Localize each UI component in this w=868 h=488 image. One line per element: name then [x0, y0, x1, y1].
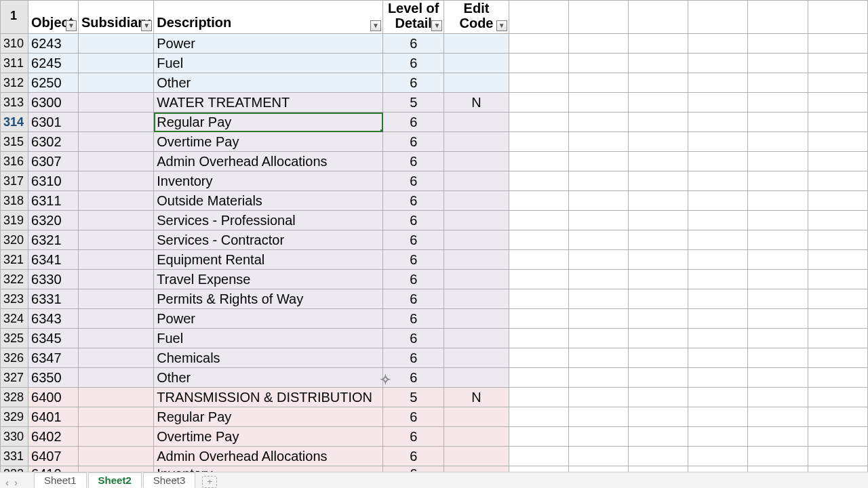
cell-subsidiary[interactable] [78, 54, 153, 73]
cell-blank[interactable] [568, 73, 628, 93]
cell-blank[interactable] [808, 34, 867, 54]
cell-object[interactable]: 6341 [28, 250, 79, 270]
cell-blank[interactable] [629, 250, 688, 270]
row-number[interactable]: 314 [1, 113, 28, 132]
cell-blank[interactable] [629, 447, 688, 466]
cell-object[interactable]: 6310 [28, 171, 79, 191]
cell-edit-code[interactable] [444, 132, 509, 152]
cell-level-of-detail[interactable]: 6 [383, 309, 444, 329]
cell-subsidiary[interactable] [78, 329, 153, 348]
cell-blank[interactable] [568, 34, 628, 54]
cell-description[interactable]: Regular Pay [154, 113, 383, 132]
row-number[interactable]: 317 [1, 171, 28, 191]
cell-description[interactable]: Regular Pay [154, 407, 383, 427]
cell-blank[interactable] [629, 407, 688, 427]
cell-blank[interactable] [688, 447, 748, 466]
cell-edit-code[interactable] [444, 407, 509, 427]
cell-blank[interactable] [629, 329, 688, 348]
cell-blank[interactable] [629, 73, 688, 93]
cell-blank[interactable] [688, 388, 748, 407]
cell-blank[interactable] [808, 447, 867, 466]
cell-blank[interactable] [808, 270, 867, 289]
cell-description[interactable]: Inventory [154, 171, 383, 191]
cell-blank[interactable] [629, 132, 688, 152]
cell-subsidiary[interactable] [78, 348, 153, 368]
cell-subsidiary[interactable] [78, 211, 153, 230]
cell-blank[interactable] [509, 427, 568, 447]
cell-blank[interactable] [629, 289, 688, 309]
cell-description[interactable]: Power [154, 309, 383, 329]
cell-blank[interactable] [748, 329, 808, 348]
cell-blank[interactable] [629, 427, 688, 447]
tab-nav-arrows[interactable]: ‹ › [0, 476, 34, 488]
cell-blank[interactable] [748, 93, 808, 113]
header-object[interactable]: Object [28, 1, 79, 34]
cell-edit-code[interactable] [444, 250, 509, 270]
cell-level-of-detail[interactable]: 6 [383, 427, 444, 447]
header-description[interactable]: Description [154, 1, 383, 34]
cell-description[interactable]: Other [154, 368, 383, 388]
cell-blank[interactable] [568, 388, 628, 407]
cell-blank[interactable] [688, 348, 748, 368]
cell-object[interactable]: 6347 [28, 348, 79, 368]
row-number[interactable]: 316 [1, 152, 28, 171]
cell-edit-code[interactable] [444, 309, 509, 329]
cell-blank[interactable] [748, 348, 808, 368]
cell-blank[interactable] [568, 152, 628, 171]
cell-blank[interactable] [688, 54, 748, 73]
cell-level-of-detail[interactable]: 6 [383, 211, 444, 230]
cell-object[interactable]: 6321 [28, 230, 79, 250]
cell-subsidiary[interactable] [78, 289, 153, 309]
row-number[interactable]: 311 [1, 54, 28, 73]
sheet-tab[interactable]: Sheet3 [143, 472, 196, 488]
cell-level-of-detail[interactable]: 6 [383, 270, 444, 289]
cell-blank[interactable] [688, 132, 748, 152]
cell-blank[interactable] [568, 171, 628, 191]
cell-object[interactable]: 6320 [28, 211, 79, 230]
cell-blank[interactable] [808, 73, 867, 93]
cell-blank[interactable] [688, 289, 748, 309]
cell-blank[interactable] [568, 270, 628, 289]
cell-description[interactable]: Overtime Pay [154, 132, 383, 152]
cell-edit-code[interactable]: N [444, 388, 509, 407]
cell-edit-code[interactable] [444, 34, 509, 54]
cell-blank[interactable] [629, 388, 688, 407]
cell-object[interactable]: 6245 [28, 54, 79, 73]
cell-blank[interactable] [509, 270, 568, 289]
cell-object[interactable]: 6402 [28, 427, 79, 447]
cell-subsidiary[interactable] [78, 191, 153, 211]
cell-blank[interactable] [568, 348, 628, 368]
cell-subsidiary[interactable] [78, 388, 153, 407]
header-subsidiary[interactable]: Subsidiary [78, 1, 153, 34]
cell-level-of-detail[interactable]: 6 [383, 289, 444, 309]
cell-blank[interactable] [509, 329, 568, 348]
header-blank[interactable] [688, 1, 748, 34]
cell-blank[interactable] [568, 54, 628, 73]
row-number[interactable]: 321 [1, 250, 28, 270]
cell-blank[interactable] [688, 270, 748, 289]
cell-blank[interactable] [748, 113, 808, 132]
cell-blank[interactable] [808, 348, 867, 368]
cell-edit-code[interactable] [444, 368, 509, 388]
cell-edit-code[interactable] [444, 447, 509, 466]
cell-object[interactable]: 6300 [28, 93, 79, 113]
cell-blank[interactable] [509, 54, 568, 73]
cell-blank[interactable] [629, 270, 688, 289]
cell-blank[interactable] [688, 427, 748, 447]
cell-blank[interactable] [808, 93, 867, 113]
cell-level-of-detail[interactable]: 6 [383, 73, 444, 93]
header-blank[interactable] [629, 1, 688, 34]
cell-blank[interactable] [808, 211, 867, 230]
cell-description[interactable]: Admin Overhead Allocations [154, 447, 383, 466]
cell-object[interactable]: 6343 [28, 309, 79, 329]
spreadsheet-grid[interactable]: 1 Object Subsidiary Description Level of… [0, 0, 868, 483]
cell-subsidiary[interactable] [78, 171, 153, 191]
cell-blank[interactable] [688, 329, 748, 348]
cell-description[interactable]: Fuel [154, 54, 383, 73]
row-number[interactable]: 326 [1, 348, 28, 368]
cell-blank[interactable] [509, 388, 568, 407]
filter-icon[interactable] [496, 20, 507, 31]
cell-subsidiary[interactable] [78, 34, 153, 54]
cell-description[interactable]: Travel Expense [154, 270, 383, 289]
cell-subsidiary[interactable] [78, 73, 153, 93]
